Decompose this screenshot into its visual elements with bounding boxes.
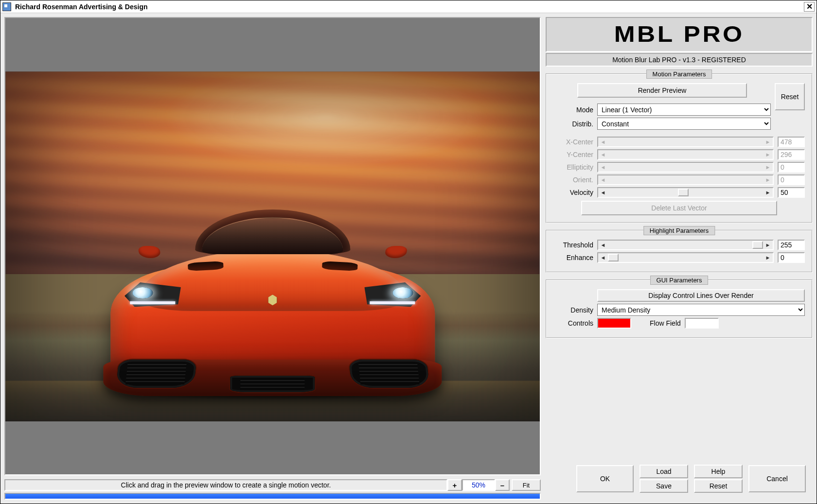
orient-value: 0: [778, 174, 805, 185]
chevron-right-icon[interactable]: ►: [763, 188, 773, 197]
left-column: Click and drag in the preview window to …: [4, 17, 541, 500]
reset-button[interactable]: Reset: [694, 479, 743, 493]
fit-button[interactable]: Fit: [512, 479, 541, 491]
preview-frame: [4, 17, 541, 475]
display-control-lines-button[interactable]: Display Control Lines Over Render: [597, 289, 805, 302]
chevron-right-icon: ►: [763, 150, 773, 159]
chevron-left-icon: ◄: [598, 150, 608, 159]
preview-canvas[interactable]: [5, 71, 540, 421]
chevron-left-icon: ◄: [598, 138, 608, 146]
enhance-slider[interactable]: ◄ ►: [597, 252, 774, 263]
preview-bottom-bar: Click and drag in the preview window to …: [4, 479, 541, 491]
ycenter-value: 296: [778, 149, 805, 160]
gui-legend: GUI Parameters: [650, 276, 709, 285]
titlebar: Richard Rosenman Advertising & Design ✕: [0, 0, 817, 13]
ok-button[interactable]: OK: [576, 465, 634, 492]
progress-bar: [4, 493, 541, 500]
flowfield-color-swatch[interactable]: [685, 318, 719, 329]
app-window: Richard Rosenman Advertising & Design ✕: [0, 0, 817, 504]
distrib-label: Distrib.: [553, 120, 593, 128]
mode-label: Mode: [553, 106, 593, 114]
ycenter-label: Y-Center: [553, 151, 593, 158]
chevron-right-icon: ►: [763, 163, 773, 172]
motion-legend: Motion Parameters: [646, 70, 712, 79]
chevron-right-icon[interactable]: ►: [763, 253, 773, 262]
density-select[interactable]: Medium Density: [597, 304, 805, 316]
brand-subtitle: Motion Blur Lab PRO - v1.3 - REGISTERED: [546, 53, 813, 67]
controls-color-swatch[interactable]: [597, 318, 631, 329]
xcenter-value: 478: [778, 137, 805, 147]
mode-select[interactable]: Linear (1 Vector): [597, 104, 771, 116]
delete-vector-button[interactable]: Delete Last Vector: [581, 201, 777, 215]
brand-name: MBL PRO: [614, 21, 745, 47]
slider-thumb[interactable]: [678, 189, 689, 196]
close-icon[interactable]: ✕: [804, 2, 815, 12]
enhance-label: Enhance: [553, 254, 593, 261]
velocity-label: Velocity: [553, 189, 593, 196]
render-preview-button[interactable]: Render Preview: [577, 83, 747, 98]
flowfield-label: Flow Field: [650, 319, 681, 327]
threshold-value[interactable]: 255: [778, 240, 805, 250]
right-column: MBL PRO Motion Blur Lab PRO - v1.3 - REG…: [546, 17, 813, 500]
velocity-value[interactable]: 50: [778, 187, 805, 198]
cancel-button[interactable]: Cancel: [748, 465, 806, 492]
motion-parameters-group: Motion Parameters Render Preview Mode Li…: [546, 73, 813, 223]
xcenter-slider: ◄ ►: [597, 137, 774, 147]
chevron-left-icon[interactable]: ◄: [598, 241, 608, 249]
chevron-left-icon: ◄: [598, 175, 608, 184]
ellipticity-slider: ◄ ►: [597, 162, 774, 173]
content-area: Click and drag in the preview window to …: [0, 13, 817, 504]
highlight-parameters-group: Highlight Parameters Threshold ◄ ► 255 E…: [546, 230, 813, 273]
zoom-out-button[interactable]: –: [495, 479, 510, 491]
chevron-left-icon[interactable]: ◄: [598, 188, 608, 197]
xcenter-label: X-Center: [553, 138, 593, 146]
density-label: Density: [553, 306, 593, 314]
hint-text: Click and drag in the preview window to …: [4, 479, 447, 491]
chevron-right-icon[interactable]: ►: [763, 241, 773, 249]
footer-buttons: OK Load Save Help Reset Cancel: [546, 465, 813, 500]
ellipticity-label: Ellipticity: [553, 163, 593, 171]
ycenter-slider: ◄ ►: [597, 149, 774, 160]
controls-label: Controls: [553, 319, 593, 327]
enhance-value[interactable]: 0: [778, 252, 805, 263]
zoom-in-button[interactable]: +: [447, 479, 462, 491]
slider-thumb[interactable]: [752, 241, 763, 249]
chevron-right-icon: ►: [763, 138, 773, 146]
zoom-value[interactable]: 50%: [462, 479, 495, 491]
brand-banner: MBL PRO: [546, 17, 813, 52]
chevron-left-icon: ◄: [598, 163, 608, 172]
save-button[interactable]: Save: [639, 479, 688, 493]
distrib-select[interactable]: Constant: [597, 118, 771, 130]
slider-thumb[interactable]: [608, 254, 619, 261]
app-icon: [2, 2, 11, 11]
highlight-legend: Highlight Parameters: [643, 226, 715, 235]
orient-label: Orient.: [553, 176, 593, 184]
motion-reset-button[interactable]: Reset: [775, 83, 805, 110]
threshold-label: Threshold: [553, 241, 593, 249]
chevron-left-icon[interactable]: ◄: [598, 253, 608, 262]
threshold-slider[interactable]: ◄ ►: [597, 240, 774, 250]
orient-slider: ◄ ►: [597, 174, 774, 185]
ellipticity-value: 0: [778, 162, 805, 173]
velocity-slider[interactable]: ◄ ►: [597, 187, 774, 198]
help-button[interactable]: Help: [694, 465, 743, 478]
gui-parameters-group: GUI Parameters Display Control Lines Ove…: [546, 279, 813, 338]
chevron-right-icon: ►: [763, 175, 773, 184]
load-button[interactable]: Load: [639, 465, 688, 478]
window-title: Richard Rosenman Advertising & Design: [15, 3, 804, 11]
